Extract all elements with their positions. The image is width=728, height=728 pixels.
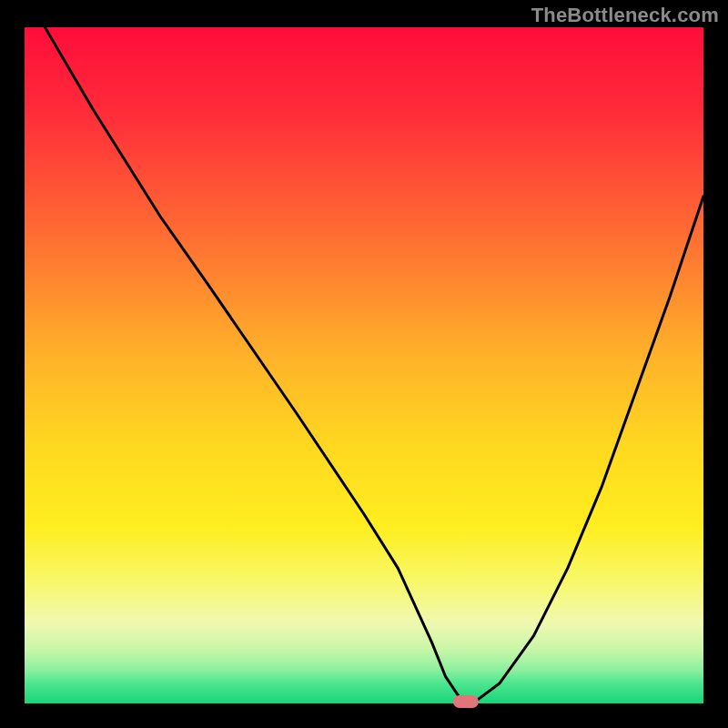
plot-background bbox=[25, 27, 703, 703]
bottleneck-chart bbox=[0, 0, 728, 728]
optimum-marker bbox=[453, 695, 479, 708]
watermark-label: TheBottleneck.com bbox=[531, 4, 719, 27]
chart-frame: TheBottleneck.com bbox=[0, 0, 728, 728]
